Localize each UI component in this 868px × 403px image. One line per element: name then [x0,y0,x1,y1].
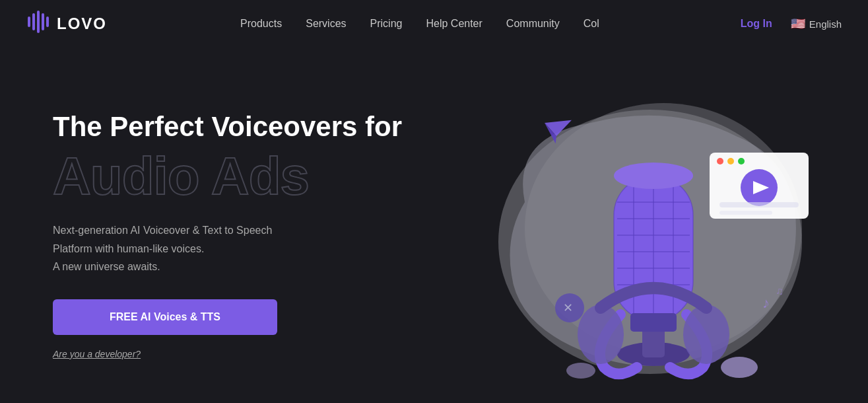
svg-rect-0 [28,17,30,27]
svg-point-22 [614,163,693,189]
lovo-logo-icon [26,10,50,38]
language-label: English [809,18,842,30]
navbar: LOVO Products Services Pricing Help Cent… [0,0,868,48]
svg-rect-3 [42,13,44,30]
hero-title-line1: The Perfect Voiceovers for [53,110,402,143]
svg-rect-4 [46,17,49,27]
svg-text:♫: ♫ [776,285,784,297]
hero-title-line2: Audio Ads [53,150,402,203]
logo[interactable]: LOVO [26,10,107,38]
svg-rect-10 [642,328,665,357]
language-selector[interactable]: 🇺🇸 English [791,17,842,31]
hero-content: The Perfect Voiceovers for Audio Ads Nex… [53,110,402,360]
svg-point-27 [717,158,723,165]
svg-point-39 [566,363,595,379]
svg-rect-1 [32,13,35,30]
svg-text:✕: ✕ [563,301,573,314]
hero-illustration: ✕ ♪ ♫ [446,70,815,400]
svg-point-34 [721,357,758,378]
hero-description: Next-generation AI Voiceover & Text to S… [53,221,343,275]
nav-item-products[interactable]: Products [231,18,291,30]
nav-item-services[interactable]: Services [296,18,355,30]
svg-rect-32 [719,202,799,207]
cta-button[interactable]: FREE AI Voices & TTS [53,299,277,335]
svg-point-28 [727,158,734,165]
developer-link[interactable]: Are you a developer? [53,349,141,359]
svg-text:♪: ♪ [762,295,770,311]
svg-rect-2 [37,11,40,33]
nav-item-col[interactable]: Col [574,18,609,30]
nav-item-help[interactable]: Help Center [417,18,491,30]
nav-item-community[interactable]: Community [497,18,569,30]
logo-text: LOVO [57,15,107,33]
svg-rect-33 [719,211,772,215]
svg-point-29 [738,158,745,165]
nav-right: Log In 🇺🇸 English [733,14,842,34]
nav-item-pricing[interactable]: Pricing [361,18,412,30]
nav-links: Products Services Pricing Help Center Co… [231,18,609,30]
svg-rect-23 [630,313,677,332]
hero-section: The Perfect Voiceovers for Audio Ads Nex… [0,48,868,403]
login-button[interactable]: Log In [733,14,780,34]
flag-icon: 🇺🇸 [791,17,805,31]
